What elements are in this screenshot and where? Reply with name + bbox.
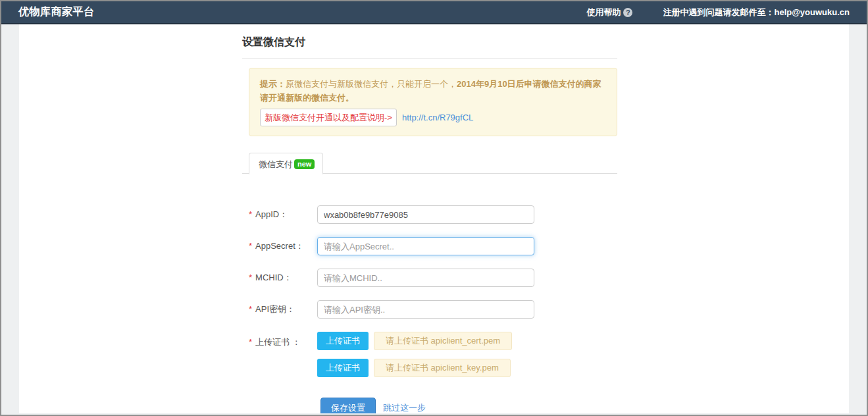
title-divider — [242, 58, 617, 59]
upload-key-button[interactable]: 上传证书 — [317, 359, 369, 377]
skip-step-link[interactable]: 跳过这一步 — [383, 402, 426, 413]
question-circle-icon: ? — [623, 8, 632, 17]
page-title: 设置微信支付 — [242, 36, 617, 49]
navbar-right: 使用帮助 ? 注册中遇到问题请发邮件至：help@youwuku.cn — [586, 7, 850, 18]
settings-form: *AppID： *AppSecret： *MCHID： *API密钥： — [242, 205, 617, 413]
appsecret-input[interactable] — [317, 237, 534, 255]
required-mark: * — [249, 304, 252, 314]
upload-key-line: 上传证书 请上传证书 apiclient_key.pem — [317, 359, 512, 377]
help-label: 使用帮助 — [586, 7, 621, 18]
notice-text: 提示：原微信支付与新版微信支付，只能开启一个，2014年9月10日后申请微信支付… — [260, 77, 606, 105]
guide-link[interactable]: http://t.cn/R79gfCL — [402, 111, 473, 124]
form-row-appsecret: *AppSecret： — [242, 237, 617, 255]
appsecret-label: *AppSecret： — [249, 240, 317, 252]
apikey-label: *API密钥： — [249, 303, 317, 315]
notice-box: 提示：原微信支付与新版微信支付，只能开启一个，2014年9月10日后申请微信支付… — [249, 68, 617, 136]
notice-tip-prefix: 提示： — [260, 79, 286, 89]
guide-row: 新版微信支付开通以及配置说明-> http://t.cn/R79gfCL — [260, 109, 606, 126]
contact-note: 注册中遇到问题请发邮件至：help@youwuku.cn — [663, 7, 850, 18]
form-row-appid: *AppID： — [242, 205, 617, 224]
tab-label: 微信支付 — [259, 159, 293, 169]
top-navbar: 优物库商家平台 使用帮助 ? 注册中遇到问题请发邮件至：help@youwuku… — [1, 1, 867, 24]
tab-bar: 微信支付new — [242, 152, 617, 174]
form-row-apikey: *API密钥： — [242, 300, 617, 319]
notice-tip-normal: 原微信支付与新版微信支付，只能开启一个， — [286, 79, 457, 89]
required-mark: * — [249, 241, 252, 251]
cert-filename-field: 请上传证书 apiclient_cert.pem — [374, 332, 512, 350]
upload-cert-button[interactable]: 上传证书 — [317, 332, 369, 350]
required-mark: * — [249, 337, 252, 347]
main-column: 设置微信支付 提示：原微信支付与新版微信支付，只能开启一个，2014年9月10日… — [242, 24, 617, 413]
form-row-certificates: *上传证书 ： 上传证书 请上传证书 apiclient_cert.pem 上传… — [242, 332, 617, 377]
required-mark: * — [249, 273, 252, 282]
appid-label: *AppID： — [249, 209, 317, 221]
mchid-input[interactable] — [317, 269, 534, 287]
page-content: 设置微信支付 提示：原微信支付与新版微信支付，只能开启一个，2014年9月10日… — [19, 24, 849, 413]
mchid-label: *MCHID： — [249, 272, 317, 284]
action-row: 保存设置 跳过这一步 — [320, 398, 617, 413]
upload-stack: 上传证书 请上传证书 apiclient_cert.pem 上传证书 请上传证书… — [317, 332, 512, 377]
form-row-mchid: *MCHID： — [242, 269, 617, 287]
upload-label: *上传证书 ： — [249, 336, 317, 348]
required-mark: * — [249, 209, 252, 219]
new-badge: new — [294, 159, 315, 169]
save-settings-button[interactable]: 保存设置 — [320, 398, 376, 413]
key-filename-field: 请上传证书 apiclient_key.pem — [374, 359, 511, 377]
tab-wechat-pay[interactable]: 微信支付new — [249, 153, 323, 174]
brand-title: 优物库商家平台 — [18, 5, 95, 19]
help-menu-item[interactable]: 使用帮助 ? — [586, 7, 632, 18]
guide-button[interactable]: 新版微信支付开通以及配置说明-> — [260, 109, 397, 126]
apikey-input[interactable] — [317, 300, 534, 319]
upload-cert-line: 上传证书 请上传证书 apiclient_cert.pem — [317, 332, 512, 350]
appid-input[interactable] — [317, 205, 534, 224]
